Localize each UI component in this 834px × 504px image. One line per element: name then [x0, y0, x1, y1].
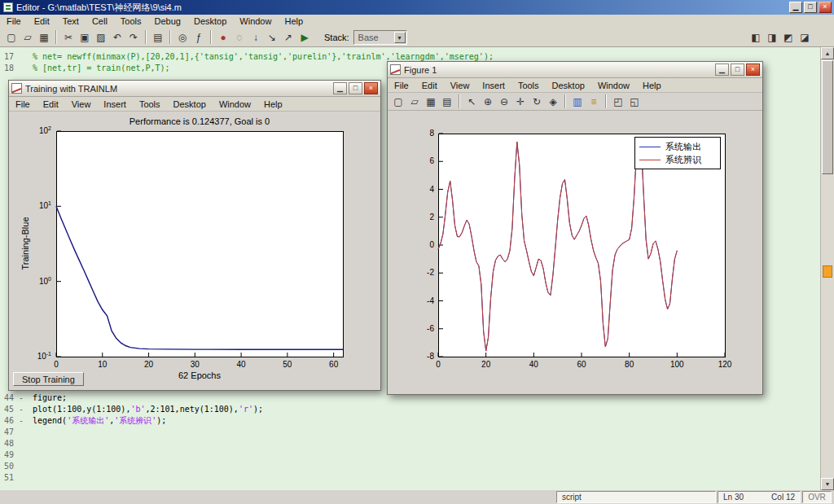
editor-titlebar[interactable]: Editor - G:\matlab\TEST\神经网络\9\si4.m ▁□×: [0, 0, 834, 15]
line-number[interactable]: 45 -: [0, 404, 33, 415]
insert-colorbar-icon[interactable]: ▥: [569, 94, 586, 110]
editor-menu-desktop[interactable]: Desktop: [187, 15, 233, 27]
editor-menu-edit[interactable]: Edit: [28, 15, 56, 27]
scrollbar-thumb[interactable]: [822, 60, 833, 174]
maximize-button[interactable]: □: [731, 64, 744, 76]
save-icon[interactable]: ▦: [36, 29, 52, 46]
close-button[interactable]: ×: [819, 2, 832, 13]
cut-icon[interactable]: ✂: [60, 29, 77, 46]
figure-titlebar[interactable]: Figure 1 ▁□×: [388, 62, 762, 78]
step-in-icon[interactable]: ↘: [264, 29, 280, 46]
run-icon[interactable]: ▶: [296, 29, 313, 46]
line-number[interactable]: 50: [0, 461, 33, 472]
undo-icon[interactable]: ↶: [109, 29, 125, 46]
minimize-button[interactable]: ▁: [789, 2, 802, 13]
line-number[interactable]: 46 -: [0, 415, 33, 427]
line-number[interactable]: 18: [0, 63, 33, 74]
breakpoint-icon[interactable]: ●: [215, 29, 231, 46]
code-line[interactable]: 50: [0, 461, 819, 472]
open-file-icon[interactable]: ▱: [406, 94, 423, 110]
scroll-down-icon[interactable]: ▼: [821, 478, 834, 490]
line-number[interactable]: 51: [0, 472, 33, 484]
editor-menu-debug[interactable]: Debug: [148, 15, 187, 27]
editor-menu-window[interactable]: Window: [233, 15, 278, 27]
find-icon[interactable]: ◎: [174, 29, 191, 46]
line-number[interactable]: 44 -: [0, 392, 33, 404]
open-file-icon[interactable]: ▱: [20, 29, 36, 46]
stack-dropdown[interactable]: Base ▼: [353, 30, 407, 45]
figure-menu-help[interactable]: Help: [636, 80, 668, 91]
split-horizontal-icon[interactable]: ◨: [764, 29, 780, 46]
training-menu-insert[interactable]: Insert: [97, 99, 133, 110]
zoom-in-icon[interactable]: ⊕: [480, 94, 496, 110]
line-number[interactable]: 47: [0, 427, 33, 438]
insert-legend-icon[interactable]: ≡: [586, 94, 602, 110]
figure-menu-view[interactable]: View: [444, 80, 476, 91]
training-menu-edit[interactable]: Edit: [37, 99, 65, 110]
training-menu-file[interactable]: File: [9, 99, 37, 110]
hide-plot-tools-icon[interactable]: ◰: [610, 94, 626, 110]
zoom-out-icon[interactable]: ⊖: [496, 94, 512, 110]
line-number[interactable]: 17: [0, 51, 33, 63]
clear-breakpoints-icon[interactable]: ◌: [231, 29, 248, 46]
function-icon[interactable]: ƒ: [191, 29, 207, 46]
code-line[interactable]: 51: [0, 472, 819, 484]
print-icon[interactable]: ▤: [150, 29, 166, 46]
copy-icon[interactable]: ▣: [77, 29, 93, 46]
training-menu-desktop[interactable]: Desktop: [167, 99, 213, 110]
step-out-icon[interactable]: ↗: [280, 29, 296, 46]
print-icon[interactable]: ▤: [439, 94, 455, 110]
stop-training-button[interactable]: Stop Training: [13, 372, 84, 386]
dock-editor-icon[interactable]: ◪: [797, 29, 813, 46]
training-menu-tools[interactable]: Tools: [133, 99, 167, 110]
training-plot-axes[interactable]: 10-11001011020102030405060: [9, 112, 377, 390]
editor-menu-text[interactable]: Text: [56, 15, 86, 27]
training-menu-view[interactable]: View: [65, 99, 98, 110]
scroll-up-icon[interactable]: ▲: [821, 47, 834, 59]
minimize-button[interactable]: ▁: [333, 82, 347, 94]
line-number[interactable]: 49: [0, 449, 33, 461]
legend-entry[interactable]: 系统辨识: [639, 153, 716, 166]
code-line[interactable]: 47: [0, 427, 819, 438]
split-vertical-icon[interactable]: ◩: [780, 29, 797, 46]
plot-legend[interactable]: 系统输出系统辨识: [634, 137, 721, 169]
step-icon[interactable]: ↓: [248, 29, 264, 46]
minimize-button[interactable]: ▁: [715, 64, 729, 76]
new-figure-icon[interactable]: ▢: [390, 94, 406, 110]
training-menu-window[interactable]: Window: [213, 99, 257, 110]
edit-plot-icon[interactable]: ↖: [463, 94, 480, 110]
editor-menu-help[interactable]: Help: [278, 15, 309, 27]
paste-icon[interactable]: ▨: [93, 29, 109, 46]
maximize-button[interactable]: □: [804, 2, 817, 13]
figure-menu-file[interactable]: File: [388, 80, 415, 91]
figure-menu-insert[interactable]: Insert: [476, 80, 511, 91]
editor-menu-cell[interactable]: Cell: [86, 15, 114, 27]
training-titlebar[interactable]: Training with TRAINLM ▁□×: [9, 81, 380, 97]
figure-menu-window[interactable]: Window: [591, 80, 636, 91]
figure-menu-tools[interactable]: Tools: [511, 80, 546, 91]
rotate-3d-icon[interactable]: ↻: [529, 94, 545, 110]
pan-icon[interactable]: ✛: [512, 94, 529, 110]
data-cursor-icon[interactable]: ◈: [545, 94, 561, 110]
editor-menu-tools[interactable]: Tools: [114, 15, 148, 27]
redo-icon[interactable]: ↷: [125, 29, 142, 46]
save-icon[interactable]: ▦: [423, 94, 439, 110]
code-line[interactable]: 48: [0, 438, 819, 449]
figure-menu-desktop[interactable]: Desktop: [546, 80, 591, 91]
code-line[interactable]: 46 -legend('系统输出','系统辨识');: [0, 415, 819, 427]
close-button[interactable]: ×: [746, 64, 760, 76]
show-plot-tools-icon[interactable]: ◱: [626, 94, 643, 110]
lint-warning-marker[interactable]: [823, 265, 832, 278]
figure-menu-edit[interactable]: Edit: [415, 80, 444, 91]
restore-button[interactable]: □: [349, 82, 362, 94]
editor-scrollbar[interactable]: ▲ ▼: [820, 47, 834, 490]
close-button[interactable]: ×: [364, 82, 378, 94]
tile-windows-icon[interactable]: ◧: [748, 29, 764, 46]
code-line[interactable]: 45 -plot(1:100,y(1:100),'b',2:101,nety(1…: [0, 404, 819, 415]
legend-entry[interactable]: 系统输出: [639, 140, 716, 153]
line-number[interactable]: 48: [0, 438, 33, 449]
training-menu-help[interactable]: Help: [257, 99, 289, 110]
code-line[interactable]: 49: [0, 449, 819, 461]
new-file-icon[interactable]: ▢: [3, 29, 20, 46]
editor-menu-file[interactable]: File: [0, 15, 28, 27]
